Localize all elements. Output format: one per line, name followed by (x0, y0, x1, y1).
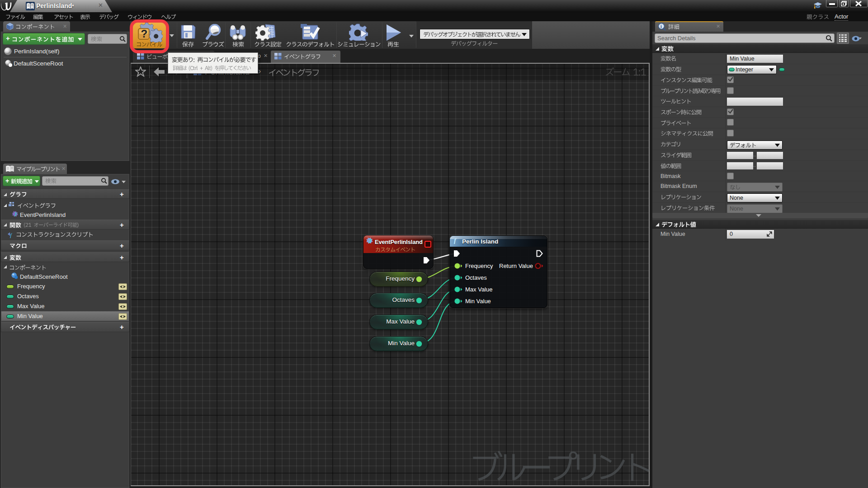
svg-text:f: f (10, 232, 13, 238)
svg-text:i: i (660, 24, 662, 29)
